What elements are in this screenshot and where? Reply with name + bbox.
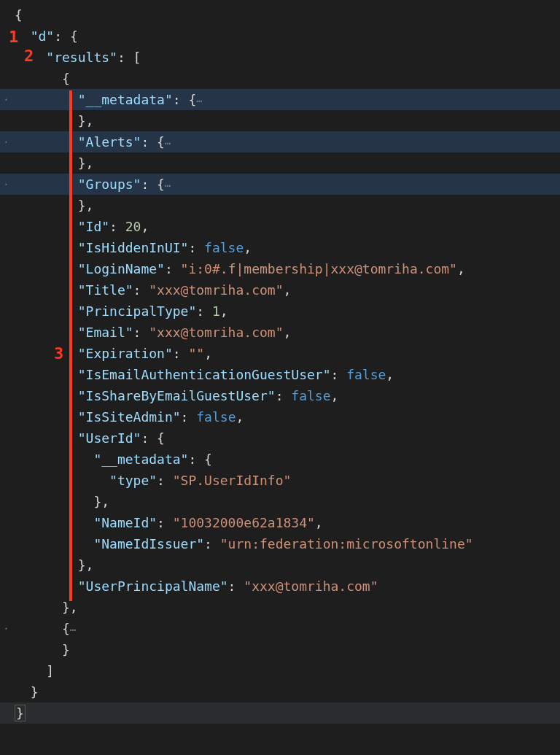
code-line[interactable]: }: [0, 639, 560, 660]
json-number: 20: [125, 219, 141, 234]
json-key: "NameId": [93, 515, 157, 530]
code-line[interactable]: "Id": 20,: [0, 216, 560, 237]
json-key: "IsEmailAuthenticationGuestUser": [78, 367, 331, 382]
json-key: "Alerts": [78, 134, 141, 150]
fold-ellipsis-icon[interactable]: ⋯: [70, 624, 75, 635]
code-line[interactable]: "IsShareByEmailGuestUser": false,: [0, 385, 560, 406]
json-key: "LoginName": [78, 261, 165, 276]
json-key: "UserId": [78, 430, 141, 446]
code-line[interactable]: },: [0, 554, 560, 576]
code-line[interactable]: "results": [: [0, 47, 560, 68]
json-key: "results": [46, 50, 117, 65]
json-key: "IsHiddenInUI": [78, 240, 189, 255]
json-string: "10032000e62a1834": [173, 515, 315, 530]
fold-ellipsis-icon[interactable]: ⋯: [165, 179, 170, 191]
code-line[interactable]: "type": "SP.UserIdInfo": [0, 470, 560, 491]
json-string: "i:0#.f|membership|xxx@tomriha.com": [181, 261, 457, 276]
code-line[interactable]: "IsHiddenInUI": false,: [0, 237, 560, 258]
json-string: "": [188, 346, 204, 361]
json-number: 1: [212, 303, 220, 319]
open-brace: {: [15, 7, 23, 23]
code-line-folded[interactable]: • "Groups": {⋯: [0, 174, 560, 195]
json-boolean: false: [291, 388, 330, 403]
fold-ellipsis-icon[interactable]: ⋯: [196, 95, 201, 107]
code-line[interactable]: "IsSiteAdmin": false,: [0, 406, 560, 427]
code-line[interactable]: "Email": "xxx@tomriha.com",: [0, 322, 560, 343]
json-key: "__metadata": [93, 452, 188, 467]
json-key: "d": [31, 28, 55, 44]
json-key: "Groups": [78, 177, 141, 192]
code-line[interactable]: "IsEmailAuthenticationGuestUser": false,: [0, 364, 560, 385]
json-key: "type": [109, 473, 157, 488]
json-key: "Email": [78, 325, 133, 340]
json-boolean: false: [346, 367, 386, 382]
code-line[interactable]: "__metadata": {: [0, 449, 560, 470]
code-line[interactable]: "Expiration": "",: [0, 343, 560, 364]
json-key: "Id": [78, 219, 109, 234]
json-key: "UserPrincipalName": [78, 578, 228, 594]
code-line[interactable]: }: [0, 702, 560, 724]
code-line[interactable]: "NameId": "10032000e62a1834",: [0, 512, 560, 533]
fold-ellipsis-icon[interactable]: ⋯: [165, 137, 170, 149]
code-editor[interactable]: 1 2 3 { "d": { "results": [ { • "__metad…: [0, 0, 560, 724]
code-line[interactable]: ]: [0, 660, 560, 681]
code-line-folded[interactable]: • "__metadata": {⋯: [0, 89, 560, 110]
code-line-folded[interactable]: • "Alerts": {⋯: [0, 131, 560, 152]
fold-indicator-icon[interactable]: •: [4, 618, 8, 639]
json-string: "xxx@tomriha.com": [149, 282, 283, 298]
code-line-folded[interactable]: • {⋯: [0, 618, 560, 639]
json-key: "__metadata": [78, 92, 173, 107]
json-key: "Title": [78, 282, 133, 298]
json-key: "IsShareByEmailGuestUser": [78, 388, 276, 403]
code-line[interactable]: }: [0, 681, 560, 702]
code-line[interactable]: },: [0, 152, 560, 174]
json-key: "Expiration": [78, 346, 173, 361]
json-boolean: false: [196, 409, 236, 425]
json-string: "xxx@tomriha.com": [149, 325, 283, 340]
code-line[interactable]: "d": {: [0, 26, 560, 47]
code-line[interactable]: },: [0, 195, 560, 216]
code-line[interactable]: "Title": "xxx@tomriha.com",: [0, 279, 560, 301]
code-line[interactable]: {: [0, 4, 560, 26]
json-key: "NameIdIssuer": [93, 536, 204, 551]
fold-indicator-icon[interactable]: •: [4, 174, 8, 195]
json-key: "IsSiteAdmin": [78, 409, 181, 425]
json-string: "SP.UserIdInfo": [173, 473, 292, 488]
json-string: "urn:federation:microsoftonline": [220, 536, 473, 551]
code-line[interactable]: "PrincipalType": 1,: [0, 301, 560, 322]
code-line[interactable]: },: [0, 110, 560, 131]
code-line[interactable]: "UserId": {: [0, 427, 560, 449]
json-key: "PrincipalType": [78, 303, 197, 319]
json-string: "xxx@tomriha.com": [244, 578, 378, 594]
code-line[interactable]: "LoginName": "i:0#.f|membership|xxx@tomr…: [0, 258, 560, 279]
code-line[interactable]: {: [0, 68, 560, 89]
fold-indicator-icon[interactable]: •: [4, 131, 8, 152]
json-boolean: false: [204, 240, 244, 255]
code-line[interactable]: "NameIdIssuer": "urn:federation:microsof…: [0, 533, 560, 554]
code-line[interactable]: },: [0, 491, 560, 512]
code-line[interactable]: },: [0, 597, 560, 618]
fold-indicator-icon[interactable]: •: [4, 89, 8, 110]
code-line[interactable]: "UserPrincipalName": "xxx@tomriha.com": [0, 576, 560, 597]
